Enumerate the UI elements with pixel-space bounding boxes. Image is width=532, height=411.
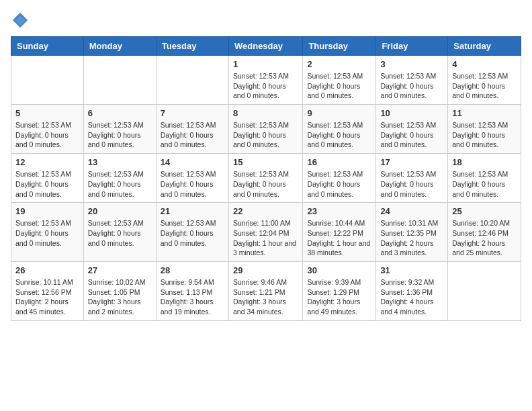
calendar-cell: 13Sunset: 12:53 AM Daylight: 0 hours and…: [83, 154, 156, 203]
calendar-cell: 21Sunset: 12:53 AM Daylight: 0 hours and…: [156, 203, 228, 262]
cell-info-text: Sunset: 12:53 AM Daylight: 0 hours and 0…: [233, 169, 298, 199]
cell-info-text: Sunset: 12:53 AM Daylight: 0 hours and 0…: [380, 169, 443, 199]
weekday-header: Saturday: [448, 37, 521, 56]
cell-info-text: Sunrise: 9:39 AM Sunset: 1:29 PM Dayligh…: [307, 277, 371, 317]
cell-day-number: 27: [88, 265, 152, 275]
weekday-header: Wednesday: [228, 37, 302, 56]
cell-day-number: 30: [307, 265, 371, 275]
cell-info-text: Sunset: 12:53 AM Daylight: 0 hours and 0…: [380, 120, 443, 150]
cell-day-number: 28: [161, 265, 224, 275]
weekday-header: Thursday: [303, 37, 376, 56]
calendar-cell: 19Sunset: 12:53 AM Daylight: 0 hours and…: [11, 203, 84, 262]
calendar-cell: 11Sunset: 12:53 AM Daylight: 0 hours and…: [448, 105, 521, 154]
calendar-cell: 30Sunrise: 9:39 AM Sunset: 1:29 PM Dayli…: [303, 261, 376, 320]
cell-day-number: 31: [380, 265, 443, 275]
calendar-week-row: 5Sunset: 12:53 AM Daylight: 0 hours and …: [11, 105, 521, 154]
calendar-cell: 20Sunset: 12:53 AM Daylight: 0 hours and…: [83, 203, 156, 262]
calendar-cell: 4Sunset: 12:53 AM Daylight: 0 hours and …: [448, 56, 521, 105]
cell-info-text: Sunset: 12:53 AM Daylight: 0 hours and 0…: [15, 218, 79, 248]
cell-day-number: 21: [161, 206, 224, 216]
cell-info-text: Sunset: 12:53 AM Daylight: 0 hours and 0…: [452, 169, 517, 199]
cell-info-text: Sunrise: 10:20 AM Sunset: 12:46 PM Dayli…: [452, 218, 517, 258]
cell-info-text: Sunrise: 10:31 AM Sunset: 12:35 PM Dayli…: [380, 218, 443, 258]
calendar-cell: [156, 56, 228, 105]
calendar-cell: 7Sunset: 12:53 AM Daylight: 0 hours and …: [156, 105, 228, 154]
calendar-cell: 14Sunset: 12:53 AM Daylight: 0 hours and…: [156, 154, 228, 203]
calendar-cell: [448, 261, 521, 320]
page-header: [11, 11, 521, 30]
cell-day-number: 15: [233, 157, 298, 167]
calendar-week-row: 12Sunset: 12:53 AM Daylight: 0 hours and…: [11, 154, 521, 203]
calendar-cell: 15Sunset: 12:53 AM Daylight: 0 hours and…: [228, 154, 302, 203]
cell-info-text: Sunset: 12:53 AM Daylight: 0 hours and 0…: [380, 71, 443, 101]
cell-info-text: Sunset: 12:53 AM Daylight: 0 hours and 0…: [233, 71, 298, 101]
cell-info-text: Sunset: 12:53 AM Daylight: 0 hours and 0…: [15, 169, 79, 199]
calendar-cell: 1Sunset: 12:53 AM Daylight: 0 hours and …: [228, 56, 302, 105]
weekday-header: Monday: [83, 37, 156, 56]
weekday-header-row: SundayMondayTuesdayWednesdayThursdayFrid…: [11, 37, 521, 56]
logo-icon: [11, 11, 30, 30]
cell-day-number: 14: [161, 157, 224, 167]
cell-info-text: Sunset: 12:53 AM Daylight: 0 hours and 0…: [307, 71, 371, 101]
cell-day-number: 20: [88, 206, 152, 216]
cell-day-number: 29: [233, 265, 298, 275]
calendar-week-row: 19Sunset: 12:53 AM Daylight: 0 hours and…: [11, 203, 521, 262]
cell-day-number: 24: [380, 206, 443, 216]
cell-info-text: Sunset: 12:53 AM Daylight: 0 hours and 0…: [233, 120, 298, 150]
calendar-cell: 27Sunrise: 10:02 AM Sunset: 1:05 PM Dayl…: [83, 261, 156, 320]
calendar-week-row: 1Sunset: 12:53 AM Daylight: 0 hours and …: [11, 56, 521, 105]
cell-info-text: Sunrise: 10:11 AM Sunset: 12:56 PM Dayli…: [15, 277, 79, 317]
cell-info-text: Sunset: 12:53 AM Daylight: 0 hours and 0…: [452, 120, 517, 150]
calendar-cell: 29Sunrise: 9:46 AM Sunset: 1:21 PM Dayli…: [228, 261, 302, 320]
calendar-cell: 8Sunset: 12:53 AM Daylight: 0 hours and …: [228, 105, 302, 154]
calendar-cell: [83, 56, 156, 105]
cell-day-number: 1: [233, 59, 298, 69]
cell-day-number: 17: [380, 157, 443, 167]
cell-day-number: 25: [452, 206, 517, 216]
cell-info-text: Sunrise: 9:54 AM Sunset: 1:13 PM Dayligh…: [161, 277, 224, 317]
weekday-header: Sunday: [11, 37, 84, 56]
cell-day-number: 11: [452, 108, 517, 118]
calendar-cell: [11, 56, 84, 105]
cell-day-number: 18: [452, 157, 517, 167]
calendar-cell: 23Sunrise: 10:44 AM Sunset: 12:22 PM Day…: [303, 203, 376, 262]
calendar-cell: 18Sunset: 12:53 AM Daylight: 0 hours and…: [448, 154, 521, 203]
calendar-cell: 31Sunrise: 9:32 AM Sunset: 1:36 PM Dayli…: [376, 261, 448, 320]
calendar-cell: 2Sunset: 12:53 AM Daylight: 0 hours and …: [303, 56, 376, 105]
cell-info-text: Sunrise: 9:46 AM Sunset: 1:21 PM Dayligh…: [233, 277, 298, 317]
cell-day-number: 2: [307, 59, 371, 69]
calendar-week-row: 26Sunrise: 10:11 AM Sunset: 12:56 PM Day…: [11, 261, 521, 320]
cell-info-text: Sunset: 12:53 AM Daylight: 0 hours and 0…: [452, 71, 517, 101]
calendar-cell: 10Sunset: 12:53 AM Daylight: 0 hours and…: [376, 105, 448, 154]
cell-day-number: 3: [380, 59, 443, 69]
cell-day-number: 23: [307, 206, 371, 216]
cell-day-number: 12: [15, 157, 79, 167]
cell-day-number: 19: [15, 206, 79, 216]
cell-info-text: Sunset: 12:53 AM Daylight: 0 hours and 0…: [15, 120, 79, 150]
cell-info-text: Sunrise: 9:32 AM Sunset: 1:36 PM Dayligh…: [380, 277, 443, 317]
calendar-cell: 3Sunset: 12:53 AM Daylight: 0 hours and …: [376, 56, 448, 105]
cell-info-text: Sunset: 12:53 AM Daylight: 0 hours and 0…: [88, 169, 152, 199]
cell-day-number: 26: [15, 265, 79, 275]
cell-day-number: 13: [88, 157, 152, 167]
cell-info-text: Sunset: 12:53 AM Daylight: 0 hours and 0…: [161, 218, 224, 248]
cell-day-number: 16: [307, 157, 371, 167]
cell-info-text: Sunset: 12:53 AM Daylight: 0 hours and 0…: [307, 169, 371, 199]
calendar-cell: 16Sunset: 12:53 AM Daylight: 0 hours and…: [303, 154, 376, 203]
calendar-cell: 22Sunrise: 11:00 AM Sunset: 12:04 PM Day…: [228, 203, 302, 262]
calendar-cell: 24Sunrise: 10:31 AM Sunset: 12:35 PM Day…: [376, 203, 448, 262]
cell-info-text: Sunset: 12:53 AM Daylight: 0 hours and 0…: [88, 120, 152, 150]
calendar-cell: 28Sunrise: 9:54 AM Sunset: 1:13 PM Dayli…: [156, 261, 228, 320]
calendar-cell: 12Sunset: 12:53 AM Daylight: 0 hours and…: [11, 154, 84, 203]
logo: [11, 11, 32, 30]
cell-info-text: Sunset: 12:53 AM Daylight: 0 hours and 0…: [88, 218, 152, 248]
calendar-cell: 26Sunrise: 10:11 AM Sunset: 12:56 PM Day…: [11, 261, 84, 320]
weekday-header: Tuesday: [156, 37, 228, 56]
calendar-cell: 9Sunset: 12:53 AM Daylight: 0 hours and …: [303, 105, 376, 154]
calendar-table: SundayMondayTuesdayWednesdayThursdayFrid…: [11, 36, 521, 321]
cell-day-number: 7: [161, 108, 224, 118]
cell-day-number: 6: [88, 108, 152, 118]
cell-day-number: 5: [15, 108, 79, 118]
weekday-header: Friday: [376, 37, 448, 56]
cell-info-text: Sunrise: 10:02 AM Sunset: 1:05 PM Daylig…: [88, 277, 152, 317]
